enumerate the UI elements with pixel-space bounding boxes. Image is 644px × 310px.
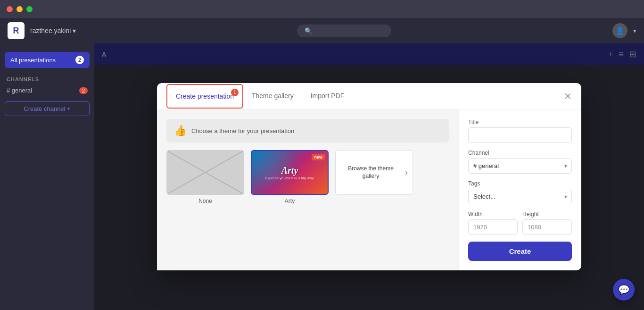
content-area: A + ≡ ⊞ Create presentation 1 [94, 43, 644, 310]
theme-arty-label: Arty [285, 198, 295, 204]
theme-thumb-arty: Arty Express yourself in a big way. new [251, 150, 329, 195]
maximize-dot[interactable] [26, 6, 33, 12]
modal-left-panel: 👍 Choose a theme for your presentation [157, 109, 459, 270]
height-group: Height [522, 211, 572, 235]
topbar: R razthee.yakini ▾ 👤 ▾ [0, 18, 644, 43]
all-presentations-button[interactable]: All presentations 2 [5, 52, 90, 68]
user-menu[interactable]: razthee.yakini ▾ [30, 27, 76, 34]
app-layout: R razthee.yakini ▾ 👤 ▾ All presentations… [0, 18, 644, 310]
chat-icon: 💬 [618, 284, 630, 295]
title-label: Title [468, 119, 572, 126]
minimize-dot[interactable] [17, 6, 23, 12]
width-label: Width [468, 211, 518, 218]
tab-badge: 1 [231, 89, 239, 96]
tab-theme-gallery[interactable]: Theme gallery [243, 84, 302, 108]
browse-more-card[interactable]: Browse the theme gallery › . [335, 150, 413, 204]
channel-field-group: Channel # general ▾ [468, 150, 572, 174]
avatar[interactable]: 👤 [612, 23, 627, 38]
height-input[interactable] [522, 219, 572, 235]
title-input[interactable] [468, 127, 572, 143]
titlebar [0, 0, 644, 18]
chevron-down-icon: ▾ [73, 27, 76, 34]
user-icon: 👤 [615, 26, 625, 35]
search-area [82, 25, 607, 37]
modal-right-panel: Title Channel # general ▾ [459, 109, 581, 270]
theme-card-arty[interactable]: Arty Express yourself in a big way. new … [251, 150, 329, 204]
channel-select[interactable]: # general [468, 158, 572, 174]
sidebar-item-general[interactable]: # general 2 [0, 84, 94, 97]
create-channel-button[interactable]: Create channel + [5, 101, 90, 116]
channel-select-wrapper: # general ▾ [468, 158, 572, 174]
browse-text: Browse the theme gallery [340, 165, 401, 180]
title-field-group: Title [468, 119, 572, 143]
width-input[interactable] [468, 219, 518, 235]
chevron-down-icon[interactable]: ▾ [633, 27, 636, 34]
modal-body: 👍 Choose a theme for your presentation [157, 109, 581, 270]
theme-thumb-none [166, 150, 244, 195]
channel-badge: 2 [79, 87, 88, 94]
create-button[interactable]: Create [468, 242, 572, 261]
themes-grid: None [166, 150, 449, 204]
new-badge: new [312, 154, 325, 160]
height-label: Height [522, 211, 572, 218]
dimensions-row: Width Height [468, 211, 572, 235]
theme-none-label: None [198, 198, 212, 204]
thumbs-up-icon: 👍 [174, 125, 187, 137]
theme-card-none[interactable]: None [166, 150, 244, 204]
topbar-right: 👤 ▾ [612, 23, 636, 38]
width-group: Width [468, 211, 518, 235]
tab-import-pdf[interactable]: Import PDF [302, 84, 353, 108]
modal-close-button[interactable]: ✕ [564, 92, 572, 101]
channel-label: Channel [468, 150, 572, 156]
sidebar: All presentations 2 CHANNELS # general 2… [0, 43, 94, 310]
tab-create-presentation[interactable]: Create presentation 1 [166, 84, 243, 109]
chevron-right-icon: › [405, 168, 408, 177]
chat-bubble-button[interactable]: 💬 [613, 279, 635, 301]
tags-field-group: Tags Select... ▾ [468, 180, 572, 204]
main-area: All presentations 2 CHANNELS # general 2… [0, 43, 644, 310]
tags-label: Tags [468, 180, 572, 187]
search-input[interactable] [297, 25, 391, 37]
modal-overlay: Create presentation 1 Theme gallery Impo… [94, 43, 644, 310]
modal-header: Create presentation 1 Theme gallery Impo… [157, 83, 581, 109]
browse-card-thumb: Browse the theme gallery › [335, 150, 413, 195]
channels-section-label: CHANNELS [0, 72, 94, 84]
app-logo: R [8, 22, 25, 39]
browse-label-placeholder: . [373, 198, 375, 204]
theme-prompt-bar: 👍 Choose a theme for your presentation [166, 119, 449, 142]
modal-dialog: Create presentation 1 Theme gallery Impo… [157, 83, 581, 270]
tags-select-wrapper: Select... ▾ [468, 189, 572, 204]
close-dot[interactable] [7, 6, 13, 12]
tags-select[interactable]: Select... [468, 189, 572, 204]
presentations-count-badge: 2 [75, 56, 84, 64]
